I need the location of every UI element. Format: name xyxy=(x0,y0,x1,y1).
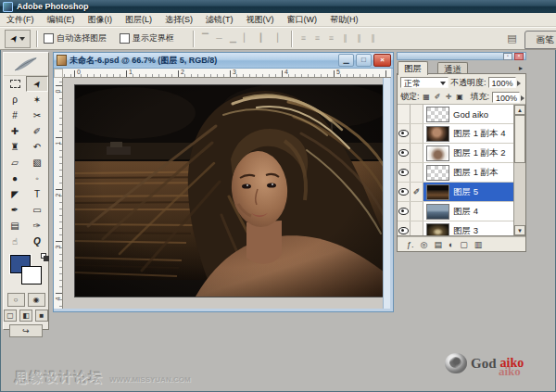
default-colors-icon[interactable] xyxy=(41,253,48,260)
layer-row[interactable]: 图层 1 副本 4 xyxy=(398,124,513,144)
document-vertical-scrollbar[interactable] xyxy=(383,78,390,309)
blur-tool[interactable]: ● xyxy=(4,171,26,186)
eraser-tool[interactable]: ▱ xyxy=(4,155,26,171)
notes-tool[interactable]: ▤ xyxy=(4,218,26,234)
hand-tool[interactable]: ☝ xyxy=(4,234,26,249)
pen-tool[interactable]: ✒ xyxy=(4,202,26,218)
palette-menu-icon[interactable]: ▸ xyxy=(519,64,523,72)
document-titlebar[interactable]: 未命名-6.psd @ 66.7% (图层 5, RGB/8) ▁ □ × xyxy=(54,53,393,69)
visibility-cell[interactable] xyxy=(398,124,411,143)
show-bounding-option[interactable]: 显示定界框 xyxy=(120,32,174,44)
crop-tool[interactable]: # xyxy=(4,107,26,123)
lock-transparency-icon[interactable]: ▦ xyxy=(423,93,431,101)
slice-tool[interactable]: ✂ xyxy=(26,107,48,123)
background-color-swatch[interactable] xyxy=(21,266,42,285)
palette-close-button[interactable]: × xyxy=(514,53,524,60)
layer-row[interactable]: 图层 1 副本 2 xyxy=(398,144,513,163)
layer-thumbnail xyxy=(426,223,449,237)
tool-preset-picker[interactable]: ➤ xyxy=(5,30,31,48)
visibility-cell[interactable] xyxy=(398,144,411,162)
menu-edit[interactable]: 编辑(E) xyxy=(41,14,82,26)
spinner-arrow-icon[interactable] xyxy=(517,81,521,86)
menu-filter[interactable]: 滤镜(T) xyxy=(199,14,240,26)
layer-style-icon[interactable]: ƒ. xyxy=(407,240,414,249)
fullscreen-button[interactable]: ■ xyxy=(35,310,48,322)
visibility-cell[interactable] xyxy=(398,105,411,123)
healing-brush-tool[interactable]: ✚ xyxy=(4,123,26,139)
fullscreen-menubar-button[interactable]: ◧ xyxy=(19,310,32,322)
restore-button[interactable]: □ xyxy=(356,54,372,67)
eyedropper-tool[interactable]: ✑ xyxy=(26,218,48,234)
quick-mask-mode-button[interactable]: ◉ xyxy=(28,293,45,307)
menu-view[interactable]: 视图(V) xyxy=(240,14,281,26)
palette-minimize-button[interactable]: ▫ xyxy=(503,53,512,60)
menu-help[interactable]: 帮助(H) xyxy=(323,14,365,26)
tab-layers[interactable]: 图层 xyxy=(398,61,428,75)
link-cell[interactable]: ✐ xyxy=(411,183,423,201)
menu-window[interactable]: 窗口(W) xyxy=(281,14,324,26)
shape-tool[interactable]: ▭ xyxy=(26,202,48,218)
new-layer-icon[interactable]: ▢ xyxy=(460,240,468,249)
layer-row-selected[interactable]: ✐ 图层 5 xyxy=(398,183,513,202)
link-cell[interactable] xyxy=(411,144,423,162)
delete-layer-icon[interactable]: ▥ xyxy=(474,240,483,249)
dodge-tool[interactable]: ◦ xyxy=(26,171,48,186)
minimize-button[interactable]: ▁ xyxy=(338,54,354,67)
standard-mode-button[interactable]: ○ xyxy=(7,293,25,307)
lock-pixels-icon[interactable]: ✐ xyxy=(434,93,442,101)
link-cell[interactable] xyxy=(411,105,423,123)
menu-image[interactable]: 图像(I) xyxy=(82,14,120,26)
zoom-tool[interactable]: Q xyxy=(26,234,48,249)
jump-to-imageready-button[interactable]: ↪ xyxy=(9,324,43,337)
magic-wand-tool[interactable]: ✶ xyxy=(26,92,48,107)
layer-row[interactable]: 图层 1 副本 xyxy=(398,163,513,183)
link-cell[interactable] xyxy=(411,202,423,221)
visibility-cell[interactable] xyxy=(398,202,411,221)
canvas-image[interactable] xyxy=(74,84,385,297)
palette-titlebar[interactable]: ▫ × xyxy=(397,52,526,60)
adjustment-layer-icon[interactable]: ◐ xyxy=(449,240,453,249)
auto-select-checkbox[interactable] xyxy=(44,33,54,44)
scroll-down-icon[interactable]: ▼ xyxy=(514,225,525,235)
scroll-up-icon[interactable]: ▲ xyxy=(514,105,525,115)
move-tool[interactable]: ➤ xyxy=(26,76,48,92)
layer-group-icon[interactable]: ▤ xyxy=(434,240,442,249)
link-cell[interactable] xyxy=(411,221,423,236)
visibility-cell[interactable] xyxy=(398,163,411,182)
close-button[interactable]: × xyxy=(373,54,391,67)
brush-tool[interactable]: ✐ xyxy=(26,123,48,139)
lock-all-icon[interactable]: ▣ xyxy=(456,93,464,101)
layers-scrollbar[interactable]: ▲ ▼ xyxy=(513,105,525,235)
fill-input[interactable]: 100% xyxy=(492,92,520,103)
show-bounding-checkbox[interactable] xyxy=(120,33,130,44)
history-brush-tool[interactable]: ↶ xyxy=(26,139,48,155)
layer-row[interactable]: 图层 3 xyxy=(398,221,513,236)
scrollbar-thumb[interactable] xyxy=(514,115,525,163)
rect-marquee-tool[interactable] xyxy=(4,76,26,92)
visibility-cell[interactable] xyxy=(398,221,411,236)
clone-stamp-tool[interactable]: ♜ xyxy=(4,139,26,155)
blend-mode-select[interactable]: 正常 xyxy=(400,77,449,88)
lock-position-icon[interactable]: ✛ xyxy=(445,93,453,101)
visibility-cell[interactable] xyxy=(398,183,411,201)
standard-screen-button[interactable]: ▢ xyxy=(4,310,17,322)
palette-well-brushes-tab[interactable]: 画笔 xyxy=(524,31,556,49)
layer-row[interactable]: 图层 4 xyxy=(398,202,513,221)
path-select-tool[interactable]: ◤ xyxy=(4,186,26,202)
type-tool[interactable]: T xyxy=(26,186,48,202)
layer-row[interactable]: God aiko xyxy=(398,105,513,124)
layer-mask-icon[interactable]: ◎ xyxy=(421,240,428,249)
opacity-input[interactable]: 100% xyxy=(488,77,516,88)
spinner-arrow-icon[interactable] xyxy=(521,95,524,101)
gradient-tool[interactable]: ▧ xyxy=(26,155,48,171)
link-cell[interactable] xyxy=(411,163,423,182)
canvas-area[interactable] xyxy=(63,78,385,309)
menu-select[interactable]: 选择(S) xyxy=(158,14,199,26)
file-browser-icon[interactable]: ▤ xyxy=(505,32,519,44)
auto-select-option[interactable]: 自动选择图层 xyxy=(44,32,107,44)
app-titlebar[interactable]: Adobe Photoshop xyxy=(0,0,556,13)
menu-file[interactable]: 文件(F) xyxy=(0,14,41,26)
lasso-tool[interactable]: ρ xyxy=(4,92,26,107)
link-cell[interactable] xyxy=(411,124,423,143)
menu-layer[interactable]: 图层(L) xyxy=(119,14,158,26)
